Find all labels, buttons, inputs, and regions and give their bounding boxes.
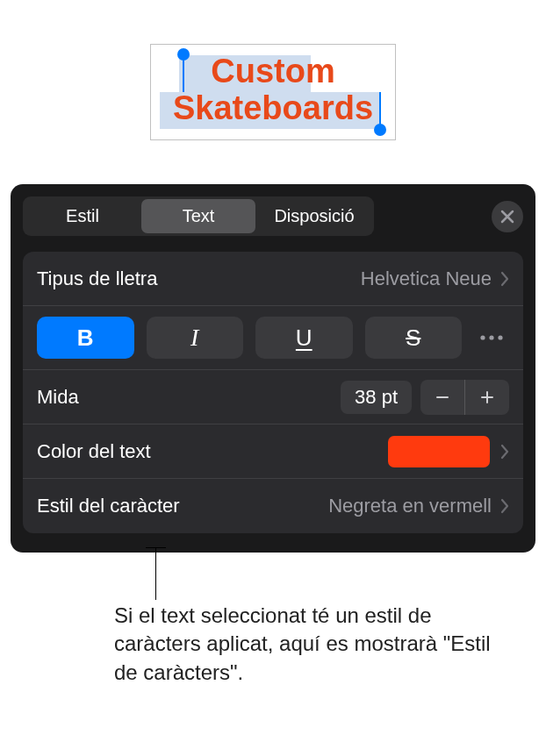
size-decrease-button[interactable] <box>420 380 464 415</box>
text-line: Custom <box>211 53 334 89</box>
selection-handle-start[interactable] <box>177 48 190 61</box>
text-color-label: Color del text <box>37 440 388 463</box>
strikethrough-icon: S <box>406 325 420 352</box>
chevron-right-icon <box>500 498 509 514</box>
selected-text[interactable]: Custom Skateboards <box>160 53 386 127</box>
text-line: Skateboards <box>173 89 373 126</box>
size-label: Mida <box>37 386 341 409</box>
svg-point-0 <box>480 335 485 339</box>
ellipsis-icon <box>479 334 504 341</box>
more-options-button[interactable] <box>474 334 509 341</box>
chevron-right-icon <box>500 444 509 460</box>
font-label: Tipus de lletra <box>37 267 361 290</box>
minus-icon <box>435 389 450 405</box>
character-style-label: Estil del caràcter <box>37 495 328 517</box>
size-value[interactable]: 38 pt <box>341 381 412 414</box>
character-style-value: Negreta en vermell <box>328 495 492 517</box>
text-color-row[interactable]: Color del text <box>23 424 523 479</box>
character-style-row[interactable]: Estil del caràcter Negreta en vermell <box>23 479 523 533</box>
bold-icon: B <box>77 325 94 352</box>
format-panel: Estil Text Disposició Tipus de lletra He… <box>11 184 535 553</box>
size-stepper <box>420 380 509 415</box>
font-value: Helvetica Neue <box>361 267 492 290</box>
selection-handle-end[interactable] <box>374 124 386 136</box>
size-row: Mida 38 pt <box>23 370 523 424</box>
font-row[interactable]: Tipus de lletra Helvetica Neue <box>23 252 523 306</box>
size-controls: 38 pt <box>341 380 509 415</box>
tab-layout[interactable]: Disposició <box>257 199 371 233</box>
svg-point-1 <box>489 335 493 339</box>
strikethrough-button[interactable]: S <box>365 317 463 359</box>
settings-list: Tipus de lletra Helvetica Neue B I U S <box>23 252 523 533</box>
callout-leader-line <box>155 547 156 600</box>
italic-button[interactable]: I <box>147 317 244 359</box>
tab-style[interactable]: Estil <box>25 199 140 233</box>
close-icon <box>500 210 514 224</box>
tab-text[interactable]: Text <box>141 199 255 233</box>
italic-icon: I <box>190 324 198 352</box>
underline-button[interactable]: U <box>255 317 353 359</box>
panel-header: Estil Text Disposició <box>23 196 523 236</box>
color-swatch[interactable] <box>388 436 490 467</box>
svg-point-2 <box>498 335 502 339</box>
format-tabs: Estil Text Disposició <box>23 196 374 236</box>
size-increase-button[interactable] <box>465 380 509 415</box>
plus-icon <box>479 389 495 405</box>
underline-icon: U <box>296 325 313 352</box>
callout-text: Si el text seleccionat té un estil de ca… <box>114 602 520 687</box>
text-frame[interactable]: Custom Skateboards <box>150 44 396 140</box>
close-button[interactable] <box>492 201 523 232</box>
chevron-right-icon <box>500 271 509 287</box>
bold-button[interactable]: B <box>37 317 134 359</box>
style-buttons-row: B I U S <box>23 306 523 370</box>
